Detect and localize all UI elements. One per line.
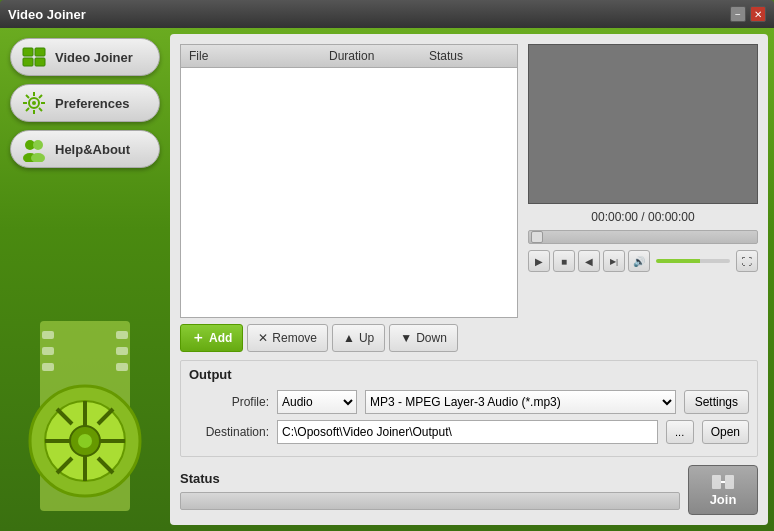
up-icon: ▲: [343, 331, 355, 345]
svg-line-10: [26, 95, 29, 98]
video-joiner-label: Video Joiner: [55, 50, 133, 65]
help-about-nav[interactable]: Help&About: [10, 130, 160, 168]
svg-line-12: [39, 95, 42, 98]
status-section: Status Join: [180, 465, 758, 515]
destination-label: Destination:: [189, 425, 269, 439]
title-bar: Video Joiner − ✕: [0, 0, 774, 28]
svg-point-5: [32, 101, 36, 105]
svg-rect-37: [712, 475, 721, 489]
svg-rect-33: [42, 363, 54, 371]
close-button[interactable]: ✕: [750, 6, 766, 22]
content-area: File Duration Status ＋ Add ✕ Remove: [170, 34, 768, 525]
remove-label: Remove: [272, 331, 317, 345]
svg-rect-3: [35, 58, 45, 66]
browse-button[interactable]: ...: [666, 420, 694, 444]
top-section: File Duration Status ＋ Add ✕ Remove: [180, 44, 758, 352]
video-joiner-icon: [21, 44, 47, 70]
file-list-container: File Duration Status ＋ Add ✕ Remove: [180, 44, 518, 352]
fullscreen-button[interactable]: ⛶: [736, 250, 758, 272]
open-button[interactable]: Open: [702, 420, 749, 444]
minimize-button[interactable]: −: [730, 6, 746, 22]
join-icon: [711, 474, 735, 490]
file-table: File Duration Status: [180, 44, 518, 318]
seek-thumb[interactable]: [531, 231, 543, 243]
col-duration: Duration: [329, 49, 429, 63]
svg-point-22: [78, 434, 92, 448]
remove-icon: ✕: [258, 331, 268, 345]
add-icon: ＋: [191, 329, 205, 347]
add-label: Add: [209, 331, 232, 345]
output-section: Output Profile: Audio Video MP3 - MPEG L…: [180, 360, 758, 457]
help-about-icon: [21, 136, 47, 162]
col-status: Status: [429, 49, 509, 63]
play-button[interactable]: ▶: [528, 250, 550, 272]
prev-frame-button[interactable]: ◀: [578, 250, 600, 272]
profile-row: Profile: Audio Video MP3 - MPEG Layer-3 …: [189, 390, 749, 414]
window-title: Video Joiner: [8, 7, 86, 22]
format-select[interactable]: MP3 - MPEG Layer-3 Audio (*.mp3) AAC Aud…: [365, 390, 676, 414]
main-container: Video Joiner Preferences: [0, 28, 774, 531]
settings-button[interactable]: Settings: [684, 390, 749, 414]
add-button[interactable]: ＋ Add: [180, 324, 243, 352]
action-buttons: ＋ Add ✕ Remove ▲ Up ▼ Down: [180, 324, 518, 352]
preferences-icon: [21, 90, 47, 116]
up-label: Up: [359, 331, 374, 345]
svg-rect-32: [42, 347, 54, 355]
svg-rect-31: [42, 331, 54, 339]
status-title: Status: [180, 471, 680, 486]
status-progress-bar: [180, 492, 680, 510]
next-frame-button[interactable]: ▶|: [603, 250, 625, 272]
up-button[interactable]: ▲ Up: [332, 324, 385, 352]
volume-slider[interactable]: [656, 259, 730, 263]
playback-controls: ▶ ■ ◀ ▶| 🔊 ⛶: [528, 250, 758, 272]
svg-rect-1: [35, 48, 45, 56]
remove-button[interactable]: ✕ Remove: [247, 324, 328, 352]
svg-rect-2: [23, 58, 33, 66]
svg-rect-34: [116, 331, 128, 339]
seek-bar[interactable]: [528, 230, 758, 244]
col-file: File: [189, 49, 329, 63]
svg-line-11: [39, 108, 42, 111]
svg-line-13: [26, 108, 29, 111]
film-reel-decoration: [20, 321, 150, 521]
video-joiner-nav[interactable]: Video Joiner: [10, 38, 160, 76]
preferences-label: Preferences: [55, 96, 129, 111]
down-icon: ▼: [400, 331, 412, 345]
preview-screen: [528, 44, 758, 204]
join-label: Join: [710, 492, 737, 507]
file-table-header: File Duration Status: [181, 45, 517, 68]
svg-rect-0: [23, 48, 33, 56]
stop-button[interactable]: ■: [553, 250, 575, 272]
help-about-label: Help&About: [55, 142, 130, 157]
svg-point-15: [33, 140, 43, 150]
output-title: Output: [189, 367, 749, 382]
preferences-nav[interactable]: Preferences: [10, 84, 160, 122]
profile-label: Profile:: [189, 395, 269, 409]
down-label: Down: [416, 331, 447, 345]
sidebar: Video Joiner Preferences: [0, 28, 170, 531]
down-button[interactable]: ▼ Down: [389, 324, 458, 352]
svg-rect-36: [116, 363, 128, 371]
time-display: 00:00:00 / 00:00:00: [528, 210, 758, 224]
volume-button[interactable]: 🔊: [628, 250, 650, 272]
file-table-body[interactable]: [181, 68, 517, 268]
destination-input[interactable]: [277, 420, 658, 444]
join-button[interactable]: Join: [688, 465, 758, 515]
profile-select[interactable]: Audio Video: [277, 390, 357, 414]
preview-panel: 00:00:00 / 00:00:00 ▶ ■ ◀ ▶| 🔊 ⛶: [528, 44, 758, 352]
destination-row: Destination: ... Open: [189, 420, 749, 444]
svg-rect-35: [116, 347, 128, 355]
window-controls: − ✕: [730, 6, 766, 22]
svg-rect-38: [725, 475, 734, 489]
